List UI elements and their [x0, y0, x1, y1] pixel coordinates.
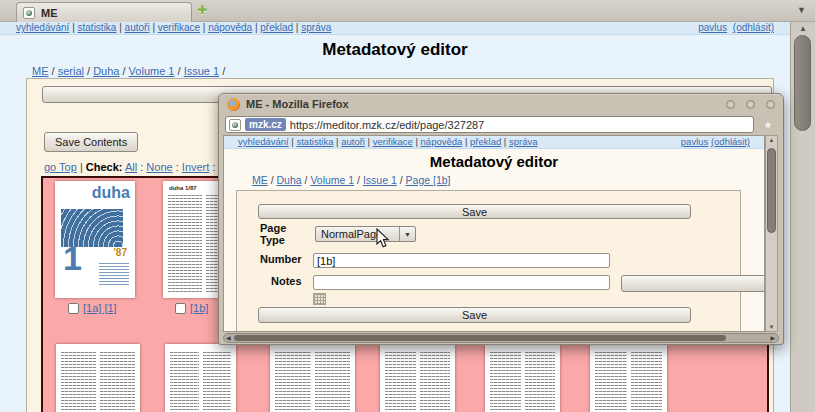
page-text — [490, 352, 555, 412]
nav-link[interactable]: nápověda — [208, 22, 252, 33]
browser-tab-me[interactable]: ME — [16, 2, 192, 22]
save-button-bottom[interactable]: Save — [258, 307, 691, 323]
breadcrumb-link[interactable]: serial — [58, 65, 84, 77]
thumbnail-page[interactable] — [165, 344, 236, 412]
separator: / — [268, 174, 277, 186]
user-link[interactable]: pavlus — [681, 136, 708, 147]
main-scrollbar[interactable]: ▲ — [790, 22, 815, 412]
thumbnail-page[interactable] — [56, 344, 140, 412]
separator: | — [200, 22, 208, 33]
window-button-maximize[interactable] — [746, 100, 755, 109]
page-type-dropdown[interactable]: NormalPage ▼ — [315, 226, 416, 242]
breadcrumb-link[interactable]: ME — [252, 174, 268, 186]
thumbnail-link-1a[interactable]: [1a] [1] — [83, 302, 117, 314]
breadcrumb-link[interactable]: Issue 1 — [363, 174, 397, 186]
popup-urlbar: mzk.cz https://meditor.mzk.cz/edit/page/… — [219, 114, 783, 135]
nav-link[interactable]: překlad — [260, 22, 293, 33]
scroll-right-icon[interactable]: ▶ — [770, 334, 775, 343]
separator: / — [174, 65, 183, 77]
popup-nav-bar: vyhledávání | statistika | autoři | veri… — [224, 136, 764, 149]
nav-link[interactable]: statistika — [78, 22, 117, 33]
popup-horizontal-scrollbar[interactable]: ◀ ▶ — [223, 333, 779, 343]
check-invert-link[interactable]: Invert — [182, 161, 210, 173]
breadcrumb-link[interactable]: Volume 1 — [129, 65, 175, 77]
popup-window-title: ME - Mozilla Firefox — [246, 98, 715, 110]
nav-link[interactable]: verifikace — [158, 22, 200, 33]
thumbnail-page[interactable] — [270, 344, 355, 412]
check-none-link[interactable]: None — [146, 161, 172, 173]
save-button-top[interactable]: Save — [258, 204, 691, 219]
site-favicon-icon — [23, 7, 35, 19]
page-text — [170, 352, 231, 412]
breadcrumb-link[interactable]: Volume 1 — [310, 174, 354, 186]
separator: | — [293, 22, 301, 33]
breadcrumb-link[interactable]: Duha — [93, 65, 119, 77]
nav-link[interactable]: autoři — [341, 136, 365, 147]
nav-link[interactable]: statistika — [296, 136, 333, 147]
thumbnail-page[interactable] — [590, 344, 667, 412]
logout-link[interactable]: (odhlásit) — [733, 22, 774, 33]
url-input[interactable]: mzk.cz https://meditor.mzk.cz/edit/page/… — [225, 116, 754, 133]
bookmark-star-icon[interactable]: ★ — [759, 118, 777, 132]
breadcrumb-link[interactable]: Issue 1 — [184, 65, 219, 77]
nav-link[interactable]: správa — [301, 22, 331, 33]
page-header-text: duha 1/87 — [169, 185, 197, 191]
scroll-down-icon[interactable]: ▼ — [766, 324, 777, 330]
popup-vscroll-thumb[interactable] — [767, 148, 776, 233]
site-favicon-icon — [229, 119, 241, 131]
main-nav-bar: vyhledávání | statistika | autoři | veri… — [0, 22, 790, 35]
nav-link[interactable]: vyhledávání — [238, 136, 289, 147]
breadcrumb-link[interactable]: Page [1b] — [406, 174, 451, 186]
thumbnail-checkbox-1a[interactable] — [68, 303, 79, 314]
notes-grip-icon[interactable] — [313, 293, 326, 305]
go-top-link[interactable]: go Top — [44, 161, 77, 173]
cover-smalltext — [99, 263, 129, 285]
number-field[interactable] — [313, 253, 610, 268]
cover-year: '87 — [113, 247, 127, 258]
nav-link[interactable]: nápověda — [421, 136, 463, 147]
main-user-area: pavlus (odhlásit) — [695, 22, 774, 34]
new-tab-button[interactable]: ✚ — [197, 3, 207, 17]
nav-link[interactable]: autoři — [125, 22, 150, 33]
thumbnail-page[interactable] — [485, 344, 560, 412]
url-domain-chip: mzk.cz — [245, 118, 286, 131]
tab-list-button[interactable]: ▼ — [797, 5, 806, 15]
nav-link[interactable]: verifikace — [373, 136, 413, 147]
notes-field[interactable] — [313, 275, 610, 290]
thumbnail-checkbox-1b[interactable] — [175, 303, 186, 314]
main-scrollbar-thumb[interactable] — [794, 35, 811, 131]
popup-titlebar[interactable]: ME - Mozilla Firefox — [219, 94, 783, 114]
notes-side-button[interactable] — [621, 275, 765, 292]
popup-window: ME - Mozilla Firefox mzk.cz https://medi… — [218, 93, 784, 345]
separator: : — [173, 161, 182, 173]
thumbnail-page[interactable] — [380, 344, 455, 412]
scroll-up-icon[interactable]: ▲ — [791, 24, 815, 33]
tab-title: ME — [41, 7, 58, 19]
breadcrumb: ME / serial / Duha / Volume 1 / Issue 1 … — [32, 65, 790, 77]
popup-vertical-scrollbar[interactable]: ▲ ▼ — [765, 135, 778, 332]
page-edit-form: Save Page Type NormalPage ▼ Number Notes… — [236, 190, 741, 332]
breadcrumb-link[interactable]: ME — [32, 65, 49, 77]
nav-link[interactable]: správa — [509, 136, 538, 147]
popup-hscroll-thumb[interactable] — [234, 335, 726, 341]
scroll-left-icon[interactable]: ◀ — [226, 334, 231, 343]
thumbnail-cover-duha[interactable]: duha 1 '87 — [55, 181, 135, 298]
popup-page: vyhledávání | statistika | autoři | veri… — [223, 135, 765, 332]
save-contents-button[interactable]: Save Contents — [44, 132, 138, 152]
breadcrumb-trailing-slash: / — [219, 65, 225, 77]
logout-link[interactable]: (odhlásit) — [711, 136, 750, 147]
separator: | — [333, 136, 341, 147]
number-label: Number — [260, 253, 302, 265]
check-all-link[interactable]: All — [125, 161, 137, 173]
breadcrumb-link[interactable]: Duha — [277, 174, 302, 186]
nav-link[interactable]: překlad — [470, 136, 501, 147]
scroll-up-icon[interactable]: ▲ — [766, 137, 777, 143]
separator: | — [77, 161, 86, 173]
user-link[interactable]: pavlus — [698, 22, 727, 33]
window-button-minimize[interactable] — [726, 100, 735, 109]
thumbnail-link-1b[interactable]: [1b] — [190, 302, 208, 314]
separator: | — [501, 136, 509, 147]
nav-link[interactable]: vyhledávání — [16, 22, 69, 33]
window-button-close[interactable] — [766, 100, 775, 109]
screen: ME ✚ ▼ vyhledávání | statistika | autoři… — [0, 0, 815, 412]
